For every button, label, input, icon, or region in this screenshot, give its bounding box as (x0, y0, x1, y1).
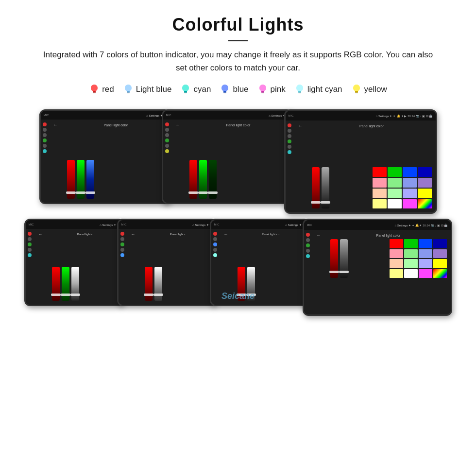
sidebar-dot-6 (165, 144, 169, 148)
green-s-2-1 (62, 267, 69, 301)
svg-point-25 (353, 85, 360, 91)
title-section: Colorful Lights Integrated with 7 colors… (19, 15, 457, 74)
p2-cell-14[interactable] (404, 269, 418, 278)
status-bar-1-3: MIC ⌂ Settings ✦ ✦ 🔔 ✦ ▶ 20:24 📷 ♪ ▣ ⊟ 🤖 (286, 111, 436, 121)
p2-cell-5[interactable] (390, 249, 403, 259)
p2-cell-9[interactable] (390, 259, 403, 268)
color-label-lightblue: Light blue (136, 85, 172, 94)
color-item-red: red (89, 83, 114, 96)
slider-handle-blue-1-2 (208, 191, 218, 194)
palette-cell-12[interactable] (418, 189, 432, 198)
left-sidebar-2-2 (120, 231, 129, 303)
palette-cell-7[interactable] (403, 178, 417, 188)
sliders-1-3 (312, 167, 371, 208)
palette-cell-10[interactable] (388, 189, 402, 198)
subtitle-text: Integrated with 7 colors of button indic… (39, 48, 437, 74)
red-s-2-4 (330, 239, 338, 278)
car-screen-2-3: MIC ⌂ Settings ✦ ✦ ← Panel l (210, 219, 309, 306)
car-screen-2-1: MIC ⌂ Settings ✦ ✦ ← Panel l (24, 219, 124, 306)
sidebar-dot-5 (165, 133, 169, 137)
sidebar-dot-red-2 (165, 122, 169, 126)
p2-cell-1[interactable] (390, 239, 403, 248)
palette-cell-16[interactable] (418, 199, 432, 209)
left-sidebar-1-1 (43, 121, 51, 201)
sidebar-dot-2 (43, 133, 47, 137)
color-label-blue: blue (233, 85, 248, 94)
status-bar-1-2: MIC ⌂ Settings ✦ ✦ (163, 111, 291, 120)
panel-label-2-2: Panel light c (145, 233, 211, 236)
panel-label-1-1: Panel light color (67, 123, 165, 127)
palette-cell-14[interactable] (388, 199, 402, 209)
status-bar-2-2: MIC ⌂ Settings ✦ ✦ (119, 220, 215, 229)
p2-cell-16[interactable] (433, 269, 447, 278)
sidebar-dot-8 (288, 134, 291, 138)
car-screen-1-1: MIC ⌂ Settings ✦ ✦ ← (39, 109, 170, 204)
svg-rect-10 (184, 91, 187, 93)
bulb-blue-icon (220, 83, 230, 96)
sidebar-dot-7 (288, 129, 291, 133)
p2-cell-12[interactable] (433, 259, 447, 268)
p2-cell-7[interactable] (419, 249, 432, 259)
red-slider-1-1 (67, 160, 75, 199)
p2-cell-11[interactable] (419, 259, 432, 268)
bulb-lightblue-icon (123, 83, 134, 96)
panel-content-1-2: Panel light color (187, 121, 289, 201)
p2-cell-6[interactable] (404, 249, 418, 259)
panel-label-2-4: Panel light color (330, 234, 447, 237)
green-slider-1-1 (77, 160, 85, 199)
p2-cell-4[interactable] (433, 239, 447, 248)
svg-rect-19 (261, 93, 264, 94)
p2-cell-3[interactable] (419, 239, 432, 248)
palette-cell-2[interactable] (388, 167, 402, 177)
p2-cell-13[interactable] (390, 269, 403, 278)
svg-point-21 (296, 85, 303, 91)
panel-label-1-3: Panel light color (312, 124, 432, 128)
white-s-2-1 (71, 267, 79, 301)
svg-rect-11 (185, 93, 187, 94)
p2-cell-2[interactable] (404, 239, 418, 248)
p2-cell-15[interactable] (419, 269, 432, 278)
palette-cell-3[interactable] (403, 167, 417, 177)
sidebar-dot-9 (288, 145, 291, 149)
palette-cell-4[interactable] (418, 167, 432, 177)
color-indicators-row: red Light blue (19, 83, 457, 96)
left-sidebar-2-4 (306, 232, 315, 312)
palette-cell-8[interactable] (418, 178, 432, 188)
sliders-1-2 (189, 129, 288, 199)
svg-point-9 (182, 85, 189, 91)
sidebar-dot-4 (165, 128, 169, 132)
palette-cell-13[interactable] (373, 199, 387, 209)
svg-rect-15 (224, 93, 226, 94)
color-item-blue: blue (220, 83, 248, 96)
p2-cell-8[interactable] (433, 249, 447, 259)
palette-cell-11[interactable] (403, 189, 417, 198)
palette-cell-6[interactable] (388, 178, 402, 188)
color-label-lightcyan: light cyan (307, 85, 342, 94)
palette-cell-9[interactable] (373, 189, 387, 198)
sidebar-dot-green (43, 138, 47, 142)
screens-row-2: MIC ⌂ Settings ✦ ✦ ← Panel l (19, 219, 457, 316)
left-sidebar-1-3 (288, 122, 296, 210)
panel-content-2-3: Panel light co (236, 231, 306, 303)
gray-s-2-4 (340, 239, 348, 278)
left-sidebar-2-3 (213, 231, 222, 303)
sliders-2-1 (52, 237, 119, 301)
p2-cell-10[interactable] (404, 259, 418, 268)
car-screen-1-2: MIC ⌂ Settings ✦ ✦ ← (162, 109, 293, 204)
palette-cell-15[interactable] (403, 199, 417, 209)
panel-content-2-2: Panel light c (143, 231, 213, 303)
sidebar-dot-red (43, 122, 47, 126)
back-area-1-1: ← (53, 121, 63, 201)
palette-cell-1[interactable] (373, 167, 387, 177)
slider-handle-red-1-2 (188, 191, 198, 194)
mid-slider-1-3 (322, 167, 329, 208)
palette-cell-5[interactable] (373, 178, 387, 188)
back-area-1-2: ← (176, 121, 186, 201)
svg-rect-3 (93, 93, 96, 94)
red-slider-1-2 (189, 160, 197, 199)
sliders-2-3 (238, 237, 304, 301)
svg-rect-14 (223, 91, 226, 93)
back-area-1-3: ← (298, 122, 308, 210)
slider-handle-red-1-1 (66, 191, 76, 194)
back-area-2-4: ← (317, 232, 326, 312)
